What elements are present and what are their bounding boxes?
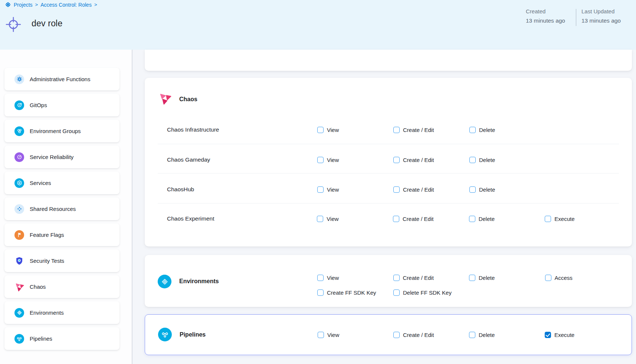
flag-icon [14,230,24,240]
last-updated-meta: Last Updated 13 minutes ago [581,8,636,24]
checkbox[interactable] [545,216,551,222]
checkbox[interactable] [469,332,475,338]
sidebar-item-gitops[interactable]: GitOps [4,94,119,116]
permission-create-edit[interactable]: Create / Edit [393,127,469,133]
checkbox-label: Execute [554,332,574,338]
checkbox[interactable] [393,289,400,296]
permission-view[interactable]: View [317,127,393,133]
checkbox-label: Create / Edit [403,216,433,222]
checkbox[interactable] [318,332,324,338]
shield-icon [14,256,24,266]
sidebar-item-shared-resources[interactable]: Shared Resources [4,198,119,220]
created-value: 13 minutes ago [526,17,589,24]
permission-delete[interactable]: Delete [469,216,545,222]
checkbox[interactable] [317,186,324,193]
service-reliability-icon [14,152,24,162]
checkbox[interactable] [469,275,475,281]
sidebar-item-label: GitOps [30,102,47,108]
permissions-line: Create FF SDK Key Delete FF SDK Key [317,285,621,300]
permission-create-edit[interactable]: Create / Edit [393,332,469,338]
checkbox[interactable] [393,332,400,338]
sidebar-item-services[interactable]: Services [4,172,119,194]
permission-create-edit[interactable]: Create / Edit [393,186,469,193]
environments-icon [158,275,171,288]
permission-delete[interactable]: Delete [469,127,545,133]
sidebar-item-label: Environment Groups [30,128,81,134]
table-row: Chaos Experiment View Create / Edit Dele… [167,211,621,226]
permission-execute[interactable]: Execute [545,332,620,338]
checkbox[interactable] [469,127,476,133]
sidebar-item-label: Feature Flags [30,232,64,238]
checkbox-label: Delete FF SDK Key [403,289,452,296]
sidebar-item-administrative-functions[interactable]: Administrative Functions [4,68,119,90]
last-updated-value: 13 minutes ago [581,17,636,24]
sidebar-item-security-tests[interactable]: Security Tests [4,249,119,272]
checkbox[interactable] [393,186,400,193]
sidebar-item-environment-groups[interactable]: Environment Groups [4,120,119,142]
sidebar-item-environments[interactable]: Environments [4,301,119,324]
checkbox-label: View [327,216,338,222]
role-target-icon [4,16,22,35]
checkbox-label: Delete [479,127,495,133]
sidebar-item-service-reliability[interactable]: Service Reliability [4,146,119,168]
section-title-chaos: Chaos [179,96,197,103]
sidebar-item-feature-flags[interactable]: Feature Flags [4,224,119,246]
permission-create-edit[interactable]: Create / Edit [393,275,469,281]
checkbox[interactable] [469,216,475,222]
checkbox[interactable] [393,157,400,163]
gitops-icon [14,100,24,110]
checkbox[interactable] [469,157,476,163]
checkbox[interactable] [317,216,323,222]
checkbox-label: Delete [479,216,495,222]
breadcrumb-access-control-roles-link[interactable]: Access Control: Roles [40,2,92,8]
sidebar-item-label: Security Tests [30,258,64,264]
sidebar-item-pipelines[interactable]: Pipelines [4,327,119,350]
breadcrumb: Projects > Access Control: Roles > [5,1,97,8]
pipelines-section-card[interactable]: Pipelines View Create / Edit Delete Exec… [145,314,632,355]
resource-label: ChaosHub [167,186,317,193]
table-row: Chaos Gameday View Create / Edit Delete [167,152,621,167]
checkbox-label: Create / Edit [403,186,434,193]
permission-create-edit[interactable]: Create / Edit [393,216,469,222]
checkbox-label: Create / Edit [403,275,434,281]
permission-view[interactable]: View [317,216,393,222]
permission-delete[interactable]: Delete [469,186,545,193]
breadcrumb-projects-link[interactable]: Projects [14,2,33,8]
permission-delete-ff-sdk-key[interactable]: Delete FF SDK Key [393,289,469,296]
section-title-pipelines: Pipelines [180,331,206,338]
permission-delete[interactable]: Delete [469,157,545,163]
checkbox[interactable] [545,332,551,338]
permission-view[interactable]: View [318,332,393,338]
permission-access[interactable]: Access [545,275,621,281]
checkbox[interactable] [317,127,324,133]
permission-view[interactable]: View [317,275,393,281]
checkbox[interactable] [393,275,400,281]
table-row: Chaos Infrastructure View Create / Edit … [167,122,621,137]
breadcrumb-separator: > [35,2,38,7]
chaos-pinwheel-icon [159,92,171,105]
checkbox[interactable] [393,127,400,133]
sidebar-item-chaos[interactable]: Chaos [4,275,119,298]
permission-view[interactable]: View [317,186,393,193]
access-control-role-page: Projects > Access Control: Roles > dev r… [0,0,636,364]
checkbox-label: View [327,332,339,338]
sidebar-item-label: Services [30,180,51,186]
permission-execute[interactable]: Execute [545,216,621,222]
created-meta: Created 13 minutes ago [526,8,589,24]
table-row: ChaosHub View Create / Edit Delete [167,182,621,197]
permission-delete[interactable]: Delete [469,332,545,338]
checkbox[interactable] [317,157,324,163]
environment-groups-icon [14,126,24,136]
gear-icon [14,75,24,84]
checkbox-label: Execute [554,216,574,222]
permission-create-edit[interactable]: Create / Edit [393,157,469,163]
permission-create-ff-sdk-key[interactable]: Create FF SDK Key [317,289,393,296]
checkbox[interactable] [317,289,324,296]
checkbox[interactable] [545,275,551,281]
checkbox[interactable] [469,186,476,193]
checkbox-label: View [327,186,339,193]
permission-view[interactable]: View [317,157,393,163]
checkbox[interactable] [317,275,324,281]
checkbox[interactable] [393,216,399,222]
permission-delete[interactable]: Delete [469,275,545,281]
